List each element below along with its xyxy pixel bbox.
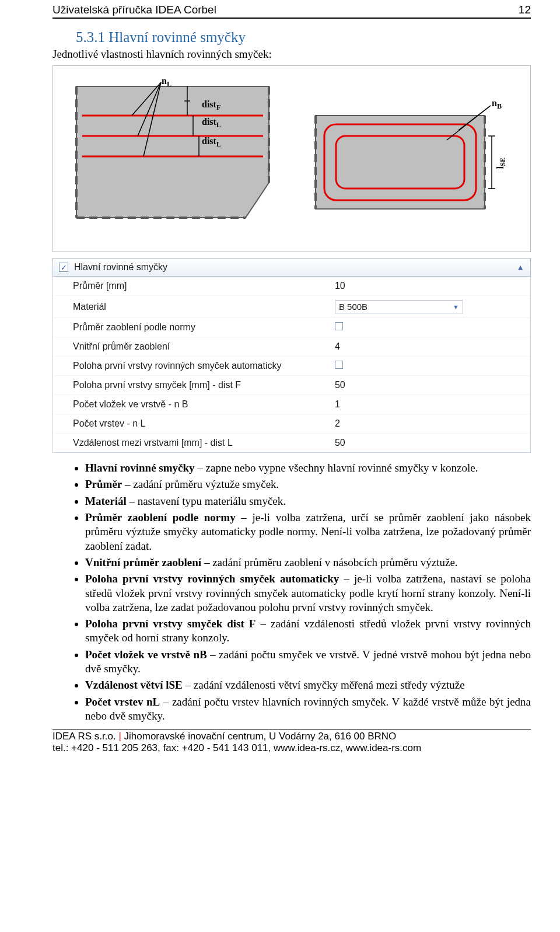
- list-item: Vzdálenost větví lSE – zadání vzdálenost…: [85, 678, 531, 692]
- plan-view-svg: [310, 104, 520, 221]
- label-distF: distF: [202, 99, 220, 112]
- list-item: Průměr zaoblení podle normy – je-li volb…: [85, 511, 531, 553]
- list-item: Hlavní rovinné smyčky – zapne nebo vypne…: [85, 461, 531, 475]
- prop-label: Poloha první vrstvy rovinných smyček aut…: [73, 361, 335, 371]
- material-combobox[interactable]: B 500B ▼: [335, 300, 463, 313]
- prop-value-dist-f[interactable]: 50: [335, 380, 524, 390]
- panel-header-main-loops[interactable]: ✓ Hlavní rovinné smyčky ▲: [52, 258, 531, 277]
- prop-value-inner-rounding[interactable]: 4: [335, 341, 524, 352]
- prop-label: Poloha první vrstvy smyček [mm] - dist F: [73, 380, 335, 390]
- prop-row-inner-rounding: Vnitřní průměr zaoblení 4: [53, 337, 530, 357]
- footer-contact: tel.: +420 - 511 205 263, fax: +420 - 54…: [52, 742, 421, 753]
- chevron-up-icon[interactable]: ▲: [516, 263, 524, 272]
- footer-company: IDEA RS s.r.o.: [52, 731, 116, 742]
- prop-row-material: Materiál B 500B ▼: [53, 296, 530, 318]
- prop-label: Vzdálenost mezi vrstvami [mm] - dist L: [73, 438, 335, 448]
- section-heading: 5.3.1 Hlavní rovinné smyčky: [76, 29, 531, 46]
- panel-title: Hlavní rovinné smyčky: [74, 262, 167, 273]
- label-lSE: lSE: [495, 158, 508, 169]
- svg-marker-0: [76, 86, 269, 218]
- rounding-norm-checkbox[interactable]: [335, 322, 343, 330]
- prop-row-first-layer-auto: Poloha první vrstvy rovinných smyček aut…: [53, 357, 530, 376]
- list-item: Poloha první vrstvy rovinných smyček aut…: [85, 572, 531, 615]
- prop-label: Vnitřní průměr zaoblení: [73, 341, 335, 352]
- prop-value-nb[interactable]: 1: [335, 399, 524, 410]
- label-nL: nL: [162, 76, 172, 89]
- list-item: Průměr – zadání průměru výztuže smyček.: [85, 477, 531, 491]
- prop-row-dist-l: Vzdálenost mezi vrstvami [mm] - dist L 5…: [53, 434, 530, 452]
- list-item: Počet vložek ve vrstvě nB – zadání počtu…: [85, 648, 531, 676]
- page-footer: IDEA RS s.r.o. | Jihomoravské inovační c…: [52, 729, 531, 754]
- list-item: Poloha první vrstvy smyček dist F – zadá…: [85, 617, 531, 645]
- page-header: Uživatelská příručka IDEA Corbel 12: [52, 0, 531, 16]
- prop-label: Průměr [mm]: [73, 281, 335, 291]
- list-item: Vnitřní průměr zaoblení – zadání průměru…: [85, 556, 531, 570]
- prop-row-diameter: Průměr [mm] 10: [53, 277, 530, 296]
- prop-label: Materiál: [73, 302, 335, 312]
- prop-value-dist-l[interactable]: 50: [335, 438, 524, 448]
- prop-row-dist-f: Poloha první vrstvy smyček [mm] - dist F…: [53, 376, 530, 395]
- prop-label: Počet vložek ve vrstvě - n B: [73, 399, 335, 410]
- prop-label: Průměr zaoblení podle normy: [73, 322, 335, 333]
- figure-container: nL distF distL distL: [52, 65, 531, 252]
- first-layer-auto-checkbox[interactable]: [335, 361, 343, 369]
- list-item: Počet vrstev nL – zadání počtu vrstev hl…: [85, 695, 531, 724]
- page-number: 12: [519, 4, 531, 16]
- label-distL1: distL: [202, 117, 221, 130]
- prop-row-rounding-norm: Průměr zaoblení podle normy: [53, 318, 530, 337]
- properties-grid: Průměr [mm] 10 Materiál B 500B ▼ Průměr …: [52, 277, 531, 453]
- label-nB: nB: [492, 98, 502, 111]
- combo-value: B 500B: [339, 302, 368, 312]
- footer-sep: |: [116, 731, 124, 742]
- figure-side-view: nL distF distL distL: [71, 81, 281, 244]
- chevron-down-icon: ▼: [453, 303, 459, 310]
- figure-plan-view: nB lSE: [310, 104, 520, 221]
- prop-label: Počet vrstev - n L: [73, 418, 335, 429]
- label-distL2: distL: [202, 136, 221, 149]
- check-icon: ✓: [61, 263, 67, 272]
- footer-address: Jihomoravské inovační centrum, U Vodárny…: [124, 731, 397, 742]
- header-rule: [52, 18, 531, 19]
- list-item: Materiál – nastavení typu materiálu smyč…: [85, 494, 531, 508]
- side-view-svg: [71, 81, 281, 244]
- description-list: Hlavní rovinné smyčky – zapne nebo vypne…: [52, 461, 531, 723]
- panel-checkbox[interactable]: ✓: [59, 263, 68, 272]
- prop-row-nl: Počet vrstev - n L 2: [53, 414, 530, 434]
- section-intro: Jednotlivé vlastnosti hlavních rovinných…: [52, 48, 531, 61]
- prop-value-diameter[interactable]: 10: [335, 281, 524, 291]
- prop-row-nb: Počet vložek ve vrstvě - n B 1: [53, 395, 530, 414]
- prop-value-nl[interactable]: 2: [335, 418, 524, 429]
- doc-title: Uživatelská příručka IDEA Corbel: [52, 4, 216, 16]
